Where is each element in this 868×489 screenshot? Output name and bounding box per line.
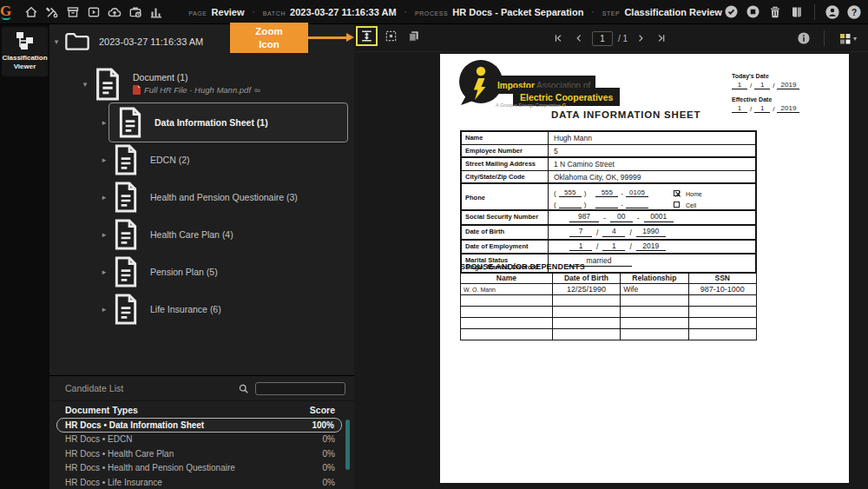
tree-item-label: Life Insurance (6) bbox=[150, 304, 221, 314]
bar-chart-icon[interactable] bbox=[147, 3, 166, 22]
candidate-label: HR Docs • Health and Pension Questionair… bbox=[65, 463, 323, 472]
caret-right-icon[interactable]: ▸ bbox=[100, 155, 108, 164]
zoom-fit-highlight-box[interactable] bbox=[356, 26, 378, 46]
page-number-input[interactable] bbox=[592, 31, 613, 46]
field-label: Phone bbox=[462, 184, 549, 209]
dependent-relationship: Wife bbox=[621, 284, 688, 295]
effective-date-label: Effective Date bbox=[732, 96, 827, 102]
tree-root-batch[interactable]: ▾ 2023-03-27 11:16:33 AM bbox=[49, 31, 203, 51]
delete-trash-icon[interactable] bbox=[766, 3, 785, 22]
caret-down-icon[interactable]: ▾ bbox=[81, 80, 89, 89]
candidate-row[interactable]: HR Docs • Health and Pension Questionair… bbox=[49, 461, 354, 476]
phone-value: ( 555 ) 555 - 0105 Home ( bbox=[549, 184, 755, 209]
breadcrumb-process[interactable]: PROCESS HR Docs - Packet Separation bbox=[415, 7, 583, 17]
tools-icon[interactable] bbox=[43, 3, 62, 22]
tree-item-life-insurance[interactable]: ▸ Life Insurance (6) bbox=[100, 289, 348, 328]
dependent-dob bbox=[552, 295, 620, 307]
field-label: Date of Employment bbox=[462, 241, 549, 254]
breadcrumb-page[interactable]: PAGE Review bbox=[188, 7, 244, 17]
form-group-identity: Name Hugh Mann Employee Number 5 bbox=[460, 130, 757, 158]
document-icon bbox=[112, 217, 140, 252]
doe-month: 1 bbox=[569, 242, 592, 252]
media-play-icon[interactable] bbox=[84, 3, 103, 22]
caret-right-icon[interactable]: ▸ bbox=[100, 118, 108, 127]
tab-classification-viewer[interactable]: Classification Viewer bbox=[2, 27, 48, 76]
dependent-name bbox=[461, 307, 553, 318]
phone-area bbox=[559, 208, 582, 208]
tree-item-edcn[interactable]: ▸ EDCN (2) bbox=[100, 140, 348, 179]
caret-down-icon[interactable]: ▾ bbox=[52, 37, 61, 46]
form-row-city: City/State/Zip Code Oklahoma City, OK, 9… bbox=[462, 170, 755, 182]
pdf-file-icon bbox=[133, 85, 141, 95]
phone-prefix bbox=[595, 208, 618, 208]
candidate-label: HR Docs • Data Information Sheet bbox=[65, 420, 312, 430]
home-icon[interactable] bbox=[22, 3, 41, 22]
next-page-button[interactable] bbox=[633, 30, 648, 46]
field-value: Hugh Mann bbox=[549, 132, 755, 144]
dependent-name bbox=[461, 329, 553, 340]
candidate-score: 100% bbox=[312, 420, 334, 430]
display-settings-icon[interactable]: ▾ bbox=[835, 29, 861, 48]
logo-letter: G bbox=[0, 3, 11, 19]
book-pages-icon[interactable] bbox=[787, 3, 806, 22]
tree-item-data-information-sheet[interactable]: ▸ Data Information Sheet (1) bbox=[100, 102, 348, 142]
candidate-row[interactable]: HR Docs • Life Insurance 0% bbox=[49, 475, 354, 489]
zoom-tools bbox=[356, 26, 423, 46]
ssn-b: 00 bbox=[610, 213, 633, 222]
breadcrumb-batch[interactable]: BATCH 2023-03-27 11:16:33 AM bbox=[263, 7, 397, 17]
dash: - bbox=[621, 201, 623, 208]
form-row-phone: Phone ( 555 ) 555 - 0105 Home bbox=[462, 184, 755, 209]
caret-right-icon[interactable]: ▸ bbox=[100, 305, 108, 314]
dependent-relationship bbox=[621, 329, 688, 340]
cloud-upload-icon[interactable] bbox=[105, 3, 124, 22]
date-month: 1 bbox=[732, 81, 747, 89]
doe-year: 2019 bbox=[636, 242, 666, 252]
caret-right-icon[interactable]: ▸ bbox=[100, 193, 108, 202]
document-icon bbox=[93, 66, 122, 102]
crumb-label: PROCESS bbox=[415, 10, 448, 17]
document-icon bbox=[116, 105, 144, 140]
form-group-doe: Date of Employment 1 / 1 / 2019 bbox=[460, 239, 757, 255]
archive-box-icon[interactable] bbox=[63, 3, 82, 22]
col-ssn: SSN bbox=[688, 273, 756, 284]
tree-item-health-care-plan[interactable]: ▸ Health Care Plan (4) bbox=[100, 215, 348, 254]
field-label: Name bbox=[462, 132, 549, 144]
info-icon[interactable] bbox=[794, 29, 813, 48]
candidate-row[interactable]: HR Docs • Health Care Plan 0% bbox=[49, 446, 354, 461]
col-dob: Date of Birth bbox=[552, 273, 620, 284]
dependent-relationship bbox=[621, 318, 688, 329]
first-page-button[interactable] bbox=[550, 30, 566, 46]
complete-badge-icon[interactable] bbox=[722, 3, 741, 22]
candidate-row[interactable]: HR Docs • EDCN 0% bbox=[49, 433, 354, 447]
help-icon[interactable]: ? bbox=[845, 3, 864, 22]
user-account-icon[interactable] bbox=[823, 3, 842, 22]
slash: / bbox=[750, 82, 752, 89]
tree-item-label: EDCN (2) bbox=[150, 155, 190, 165]
briefcase-clock-icon[interactable] bbox=[126, 3, 145, 22]
candidate-search-input[interactable] bbox=[255, 382, 345, 395]
previous-page-button[interactable] bbox=[571, 30, 587, 46]
dependent-name bbox=[461, 318, 553, 329]
caret-right-icon[interactable]: ▸ bbox=[100, 268, 108, 276]
link-icon: ∞ bbox=[254, 85, 260, 95]
tree-item-label: Health and Pension Questionaire (3) bbox=[150, 192, 298, 202]
breadcrumb-step[interactable]: STEP Classification Review bbox=[602, 7, 722, 17]
caret-right-icon[interactable]: ▸ bbox=[100, 230, 108, 239]
crumb-label: PAGE bbox=[188, 10, 207, 17]
document-viewer: / 1 ▾ bbox=[354, 24, 868, 489]
tree-node-document[interactable]: ▾ Document (1) Full HR File - Hugh Mann.… bbox=[81, 66, 260, 102]
paren: ( bbox=[554, 189, 556, 197]
tree-root-label: 2023-03-27 11:16:33 AM bbox=[99, 36, 203, 47]
candidate-row[interactable]: HR Docs • Data Information Sheet 100% bbox=[56, 418, 342, 433]
candidate-scrollbar[interactable] bbox=[345, 420, 350, 470]
crumb-value: 2023-03-27 11:16:33 AM bbox=[290, 7, 397, 17]
tree-item-pension-plan[interactable]: ▸ Pension Plan (5) bbox=[100, 252, 348, 291]
last-page-button[interactable] bbox=[654, 30, 669, 46]
document-icon bbox=[112, 292, 140, 327]
home-checkbox-label: Home bbox=[686, 191, 702, 197]
stop-icon[interactable] bbox=[744, 3, 763, 22]
grooper-logo-icon[interactable]: G bbox=[0, 3, 11, 20]
thumbnails-pages-icon[interactable] bbox=[404, 27, 423, 46]
actual-size-icon[interactable] bbox=[381, 27, 400, 46]
tree-item-health-and-pension-questionaire[interactable]: ▸ Health and Pension Questionaire (3) bbox=[100, 177, 348, 216]
